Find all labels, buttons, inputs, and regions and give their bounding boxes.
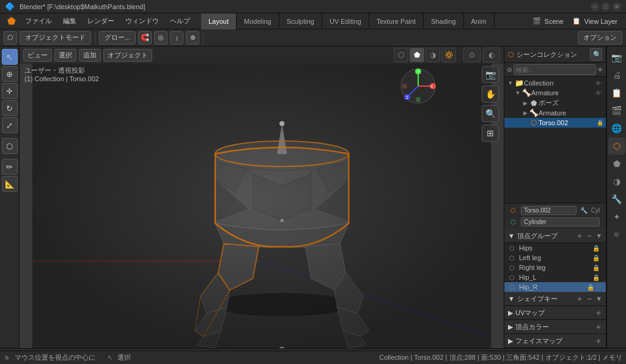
menu-help[interactable]: ヘルプ — [165, 15, 195, 27]
vg-remove-btn[interactable]: − — [586, 231, 593, 241]
uvmap-header[interactable]: ▶ UVマップ + — [504, 306, 606, 320]
fm-add-btn[interactable]: + — [595, 336, 602, 346]
zoom-gizmo[interactable]: 🔍 — [482, 105, 499, 122]
material-shade-btn[interactable]: ◑ — [425, 48, 440, 62]
ortho-gizmo[interactable]: ⊞ — [482, 125, 499, 142]
vg-lock-1[interactable]: 🔒 — [591, 255, 601, 261]
prop-particles-icon[interactable]: ✦ — [608, 208, 625, 225]
vg-hip-r[interactable]: ⬡ Hip_R 🔒 ⋯ — [504, 282, 606, 292]
transform-icon[interactable]: ↕ — [170, 31, 183, 45]
vg-lock-3[interactable]: 🔒 — [591, 274, 601, 281]
viewport[interactable]: ビュー 選択 追加 オブジェクト ⬡ ⬟ ◑ 🔆 ⊙ ◐ — [20, 46, 504, 348]
vg-left-leg[interactable]: ⬡ Left leg 🔒 — [504, 253, 606, 263]
sk-remove-btn[interactable]: − — [586, 294, 593, 304]
viewport-object-menu[interactable]: オブジェクト — [103, 49, 152, 62]
face-maps-header[interactable]: ▶ フェイスマップ + — [504, 334, 606, 348]
vc-add-btn[interactable]: + — [595, 322, 602, 332]
tab-texture-paint[interactable]: Texture Paint — [369, 13, 424, 29]
global-selector[interactable]: グロー... — [99, 31, 136, 45]
overlay-btn[interactable]: ⊙ — [463, 48, 481, 62]
menu-file[interactable]: ファイル — [20, 15, 57, 27]
prop-physics-icon[interactable]: ⚛ — [608, 226, 625, 243]
camera-gizmo[interactable]: 📷 — [482, 66, 499, 83]
prop-world-icon[interactable]: 🌐 — [608, 120, 625, 137]
proportional-icon[interactable]: ◎ — [154, 31, 168, 45]
data-icon: ⬡ — [510, 219, 516, 225]
tree-item-pose[interactable]: ▶ ⬟ ポーズ — [504, 98, 606, 108]
transform-tool[interactable]: ⬡ — [2, 138, 18, 154]
viewport-add-menu[interactable]: 追加 — [79, 49, 101, 62]
tab-shading[interactable]: Shading — [424, 13, 463, 29]
torso-restrict-icons: 🔒 — [597, 120, 603, 126]
collection-label: Collection — [524, 79, 594, 87]
measure-tool[interactable]: 📐 — [2, 176, 18, 192]
menu-edit[interactable]: 編集 — [58, 15, 81, 27]
wireframe-shade-btn[interactable]: ⬡ — [394, 48, 408, 62]
close-button[interactable]: ✕ — [613, 2, 621, 11]
menu-render[interactable]: レンダー — [83, 15, 119, 27]
xray-btn[interactable]: ◐ — [483, 48, 500, 62]
annotate-tool[interactable]: ✏ — [2, 159, 18, 175]
vg-hips[interactable]: ⬡ Hips 🔒 — [504, 243, 606, 253]
prop-object-icon[interactable]: ⬡ — [608, 137, 625, 155]
prop-output-icon[interactable]: 🖨 — [608, 67, 625, 84]
cursor-tool[interactable]: ⊕ — [2, 66, 18, 82]
hand-gizmo[interactable]: ✋ — [482, 86, 499, 103]
snap-icon[interactable]: 🧲 — [138, 31, 152, 45]
tab-layout[interactable]: Layout — [201, 13, 237, 29]
vg-lock-0[interactable]: 🔒 — [591, 245, 601, 252]
menu-window[interactable]: ウィンドウ — [120, 15, 164, 27]
sk-menu-btn[interactable]: ▼ — [595, 295, 602, 302]
vg-add-btn[interactable]: + — [576, 231, 583, 241]
tab-sculpting[interactable]: Sculpting — [279, 13, 322, 29]
mesh-obj-name[interactable]: Torso.002 — [521, 206, 576, 215]
prop-scene-icon[interactable]: 🎬 — [608, 102, 625, 119]
outliner-search-input[interactable] — [514, 64, 596, 75]
prop-material-icon[interactable]: ◑ — [608, 173, 625, 190]
scale-tool[interactable]: ⤢ — [2, 117, 18, 133]
vertex-groups-header[interactable]: ▼ 頂点グループ + − ▼ — [504, 229, 606, 243]
data-block-name[interactable]: Cylinder — [521, 217, 600, 227]
vg-menu-btn[interactable]: ▼ — [595, 232, 602, 239]
outliner-search[interactable] — [590, 48, 602, 60]
vg-lock-2[interactable]: 🔒 — [591, 264, 601, 271]
outliner-filter-icon[interactable]: ⚙ — [507, 67, 512, 73]
prop-modifier-icon[interactable]: 🔧 — [608, 191, 625, 208]
vertex-colors-header[interactable]: ▶ 頂点カラー + — [504, 320, 606, 334]
prop-view-layer-icon[interactable]: 📋 — [608, 84, 625, 101]
center-right: ビュー 選択 追加 オブジェクト ⬡ ⬟ ◑ 🔆 ⊙ ◐ — [20, 46, 626, 348]
tree-item-torso[interactable]: ⬡ Torso.002 🔒 — [504, 118, 606, 128]
outliner-restrict-icon[interactable]: 👁 — [597, 67, 603, 73]
tab-modeling[interactable]: Modeling — [237, 13, 279, 29]
vg-right-leg[interactable]: ⬡ Right leg 🔒 — [504, 263, 606, 272]
eye-icon-0[interactable]: 👁 — [594, 80, 603, 87]
maximize-button[interactable]: □ — [602, 2, 610, 11]
minimize-button[interactable]: ─ — [591, 2, 599, 11]
tab-anim[interactable]: Anim — [464, 13, 495, 29]
mode-selector[interactable]: オブジェクトモード — [20, 31, 91, 45]
solid-shade-btn[interactable]: ⬟ — [410, 48, 424, 62]
tree-item-collection[interactable]: ▼ 📁 Collection 👁 — [504, 78, 606, 88]
tree-item-armature[interactable]: ▼ 🦴 Armature 👁 — [504, 88, 606, 98]
svg-text:X: X — [430, 84, 433, 89]
nav-gizmo[interactable]: X Y Z — [400, 68, 436, 104]
rotate-tool[interactable]: ↻ — [2, 100, 18, 116]
vg-lock-4[interactable]: 🔒 — [586, 284, 595, 291]
uv-add-btn[interactable]: + — [595, 308, 602, 318]
shape-keys-header[interactable]: ▼ シェイプキー + − ▼ — [504, 292, 606, 306]
select-tool[interactable]: ↖ — [2, 49, 18, 65]
tab-uv-editing[interactable]: UV Editing — [322, 13, 369, 29]
prop-render-icon[interactable]: 📷 — [608, 49, 625, 66]
pivot-icon[interactable]: ⊕ — [186, 31, 199, 45]
vg-hip-l[interactable]: ⬡ Hip_L 🔒 — [504, 272, 606, 282]
sk-add-btn[interactable]: + — [576, 294, 583, 304]
mode-icon[interactable]: ⬡ — [4, 31, 17, 45]
options-button[interactable]: オプション — [578, 31, 622, 45]
move-tool[interactable]: ✛ — [2, 83, 18, 99]
eye-icon-1[interactable]: 👁 — [594, 90, 603, 96]
rendered-shade-btn[interactable]: 🔆 — [441, 48, 456, 62]
viewport-view-menu[interactable]: ビュー — [23, 49, 52, 62]
viewport-select-menu[interactable]: 選択 — [54, 49, 76, 62]
prop-mesh-icon[interactable]: ⬟ — [608, 155, 625, 172]
tree-item-armature-child[interactable]: ▶ 🦴 Armature — [504, 108, 606, 118]
